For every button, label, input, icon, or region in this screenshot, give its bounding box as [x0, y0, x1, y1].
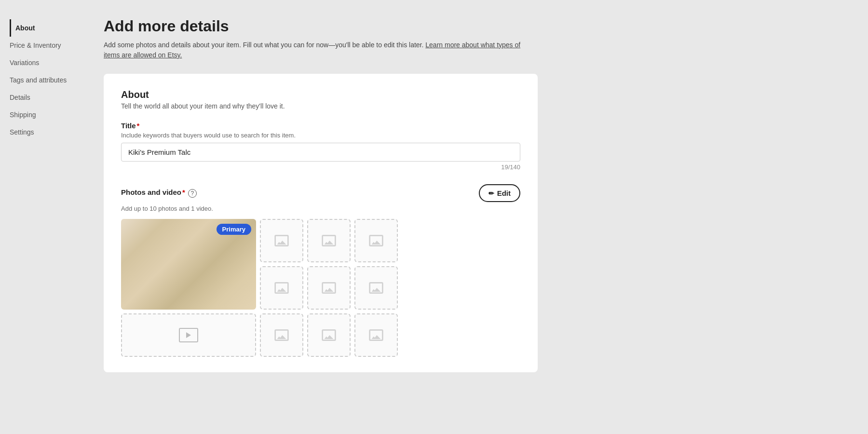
sidebar-item-settings[interactable]: Settings	[10, 123, 84, 141]
photo-slot-2[interactable]	[260, 219, 303, 262]
video-icon	[179, 328, 198, 342]
sidebar-item-price-inventory[interactable]: Price & Inventory	[10, 37, 84, 54]
video-slot[interactable]	[121, 313, 256, 357]
pencil-icon: ✏	[488, 190, 494, 197]
photo-slot-4[interactable]	[354, 219, 398, 262]
photo-placeholder-icon-4	[368, 233, 384, 248]
photos-field: Photos and video* ? ✏ Edit Add up to 10 …	[121, 184, 520, 357]
char-count: 19/140	[121, 163, 520, 171]
section-title: About	[121, 89, 520, 100]
sidebar-item-details[interactable]: Details	[10, 89, 84, 106]
help-icon[interactable]: ?	[188, 189, 197, 198]
title-hint: Include keywords that buyers would use t…	[121, 132, 520, 139]
photo-slot-10[interactable]	[307, 313, 351, 357]
sidebar-item-tags-attributes[interactable]: Tags and attributes	[10, 71, 84, 89]
page-subtitle: Add some photos and details about your i…	[104, 40, 538, 60]
photo-placeholder-icon-9	[274, 327, 289, 343]
sidebar-item-shipping[interactable]: Shipping	[10, 106, 84, 123]
primary-photo-slot[interactable]: Primary	[121, 219, 256, 310]
sidebar: About Price & Inventory Variations Tags …	[0, 0, 84, 434]
required-indicator: *	[137, 122, 140, 130]
photos-label-wrap: Photos and video* ?	[121, 188, 197, 198]
sidebar-item-variations[interactable]: Variations	[10, 54, 84, 71]
photo-placeholder-icon-10	[321, 327, 337, 343]
edit-label: Edit	[497, 189, 511, 197]
photos-required: *	[182, 188, 185, 196]
page-title: Add more details	[104, 17, 844, 35]
photo-placeholder-icon-6	[321, 280, 337, 296]
photo-placeholder-icon-11	[368, 327, 384, 343]
photo-slot-9[interactable]	[260, 313, 303, 357]
photo-slot-11[interactable]	[354, 313, 398, 357]
title-label: Title*	[121, 122, 520, 130]
section-desc: Tell the world all about your item and w…	[121, 102, 520, 110]
photo-slot-3[interactable]	[307, 219, 351, 262]
photo-placeholder-icon-7	[368, 280, 384, 296]
photos-header: Photos and video* ? ✏ Edit	[121, 184, 520, 202]
photo-slot-5[interactable]	[260, 266, 303, 310]
photo-grid: Primary	[121, 219, 520, 357]
photo-placeholder-icon-3	[321, 233, 337, 248]
edit-button[interactable]: ✏ Edit	[479, 184, 520, 202]
photos-label: Photos and video*	[121, 188, 185, 196]
title-field: Title* Include keywords that buyers woul…	[121, 122, 520, 171]
main-content: Add more details Add some photos and det…	[84, 0, 868, 434]
photo-slot-6[interactable]	[307, 266, 351, 310]
photo-placeholder-icon-2	[274, 233, 289, 248]
about-card: About Tell the world all about your item…	[104, 74, 538, 372]
title-input[interactable]	[121, 143, 520, 162]
photo-slot-7[interactable]	[354, 266, 398, 310]
photo-placeholder-icon-5	[274, 280, 289, 296]
sidebar-item-about[interactable]: About	[10, 19, 84, 37]
primary-badge: Primary	[217, 224, 251, 235]
photos-hint: Add up to 10 photos and 1 video.	[121, 205, 520, 212]
